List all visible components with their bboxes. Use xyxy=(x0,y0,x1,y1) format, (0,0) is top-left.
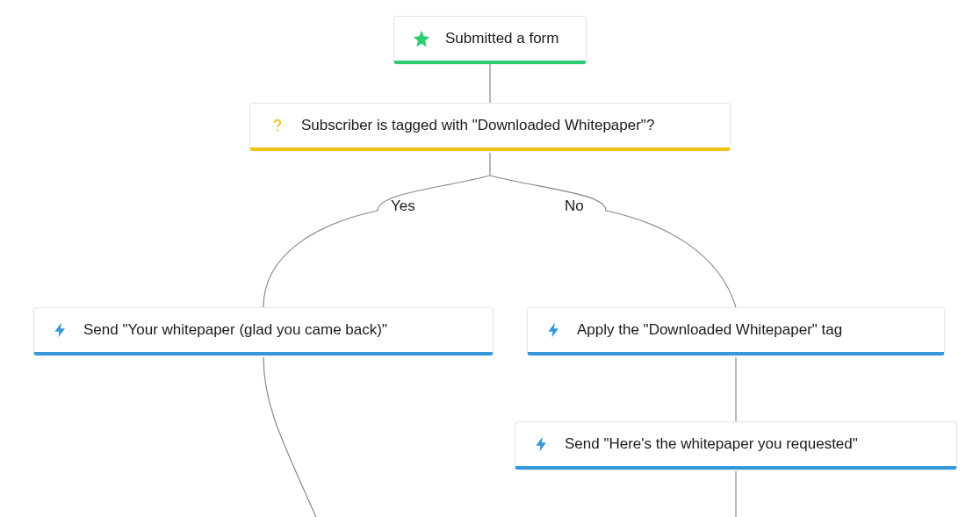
star-icon xyxy=(412,29,431,48)
action-label: Send "Your whitepaper (glad you came bac… xyxy=(83,321,387,339)
lightning-icon xyxy=(533,434,551,454)
no-branch-label: No xyxy=(565,197,584,215)
condition-node[interactable]: Subscriber is tagged with "Downloaded Wh… xyxy=(249,103,731,151)
question-icon xyxy=(268,116,287,135)
trigger-label: Submitted a form xyxy=(445,30,558,47)
yes-branch-label: Yes xyxy=(391,197,415,215)
action-yes-send[interactable]: Send "Your whitepaper (glad you came bac… xyxy=(33,307,494,355)
action-no-send[interactable]: Send "Here's the whitepaper you requeste… xyxy=(515,421,957,470)
action-label: Send "Here's the whitepaper you requeste… xyxy=(565,435,858,453)
action-no-apply[interactable]: Apply the "Downloaded Whitepaper" tag xyxy=(527,307,945,355)
trigger-node[interactable]: Submitted a form xyxy=(393,16,587,64)
action-label: Apply the "Downloaded Whitepaper" tag xyxy=(577,321,842,339)
lightning-icon xyxy=(545,320,563,340)
condition-label: Subscriber is tagged with "Downloaded Wh… xyxy=(301,117,654,134)
lightning-icon xyxy=(52,320,69,340)
